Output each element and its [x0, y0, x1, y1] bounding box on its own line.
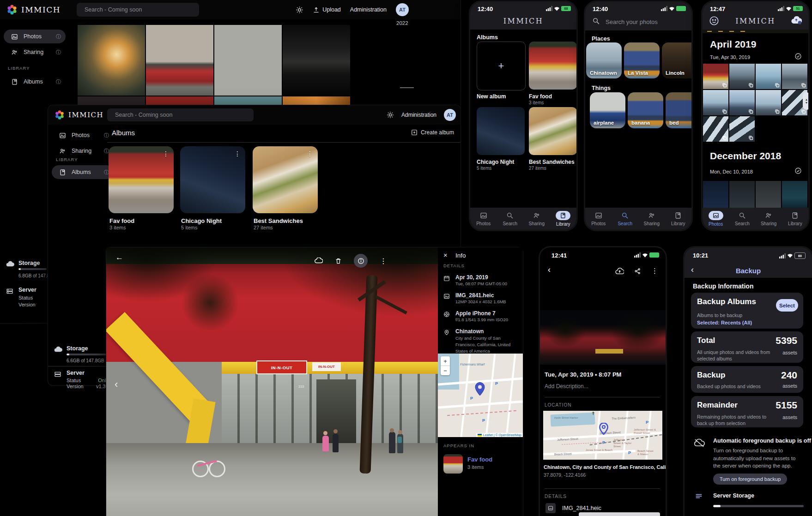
album-name[interactable]: Chicago Night [181, 217, 222, 224]
photo-tile[interactable] [782, 64, 807, 89]
trash-icon[interactable] [335, 258, 342, 264]
map-attribution[interactable]: Leaflet | © OpenStreetMap [476, 433, 523, 437]
photo-tile[interactable] [703, 116, 728, 142]
sidebar-item-photos[interactable]: Photosⓘ [52, 128, 114, 142]
thing-card-banana[interactable]: banana [628, 92, 663, 128]
theme-toggle-sun-icon[interactable] [296, 6, 303, 14]
zoom-out-button[interactable]: − [441, 366, 450, 375]
new-album-card[interactable]: + [477, 42, 526, 90]
upload-button[interactable]: Upload [313, 6, 341, 13]
album-card-chicago-night[interactable]: ⋮ [180, 146, 245, 213]
cloud-upload-icon[interactable] [315, 258, 323, 264]
photo-blue-car[interactable] [214, 25, 282, 96]
close-icon[interactable]: × [443, 251, 448, 259]
photo-tile[interactable] [729, 90, 755, 115]
select-button[interactable]: Select [776, 299, 798, 312]
zoom-in-button[interactable]: + [441, 356, 450, 366]
share-icon[interactable] [634, 268, 641, 275]
menu-dots-icon[interactable]: ⋮ [163, 150, 169, 157]
photo-tile[interactable] [703, 181, 728, 208]
photo-tile[interactable] [729, 64, 755, 89]
album-card-chicago-night[interactable] [477, 107, 525, 155]
appears-in-album-link[interactable]: Fav food [467, 456, 492, 463]
cloud-upload-icon[interactable] [615, 268, 624, 275]
nav-library[interactable]: Library [665, 211, 692, 226]
menu-dots-icon[interactable]: ⋮ [651, 267, 658, 275]
info-icon[interactable]: ⓘ [56, 49, 61, 56]
sidebar-item-photos[interactable]: Photosⓘ [4, 30, 66, 43]
photo-tile[interactable] [756, 181, 781, 208]
sidebar-item-albums[interactable]: Albumsⓘ [52, 165, 114, 179]
theme-toggle-sun-icon[interactable] [387, 111, 394, 119]
description-input[interactable]: Add Description... [545, 383, 588, 390]
photo-tile[interactable] [756, 90, 781, 115]
thing-card-airplane[interactable]: airplane [590, 92, 625, 128]
back-chevron-icon[interactable]: ‹ [548, 265, 551, 275]
nav-search[interactable]: Search [729, 211, 755, 226]
album-card-fav-food[interactable] [529, 42, 576, 90]
place-card-la-vista[interactable]: La Vista [624, 42, 660, 78]
album-card-best-sandwiches[interactable]: ⋮ [253, 146, 318, 213]
info-icon[interactable]: ⓘ [56, 33, 61, 40]
search-input[interactable]: Search - Coming soon [107, 108, 254, 121]
photo-tile[interactable] [729, 116, 755, 142]
info-icon[interactable]: ⓘ [104, 132, 109, 139]
nav-photos[interactable]: Photos [470, 211, 497, 226]
photo-viewer[interactable] [540, 310, 666, 365]
chevron-left-icon[interactable]: ‹ [115, 378, 118, 390]
sidebar-item-sharing[interactable]: Sharingⓘ [52, 144, 114, 158]
nav-sharing[interactable]: Sharing [638, 211, 665, 226]
appears-in-thumbnail[interactable] [443, 454, 463, 474]
check-circle-icon[interactable] [794, 167, 802, 174]
detail-date[interactable]: Apr 30, 2019 [455, 274, 488, 281]
timeline-scrubber[interactable] [400, 87, 414, 88]
photo-garage-car[interactable] [283, 25, 350, 96]
nav-library-active[interactable]: Library [550, 211, 577, 227]
administration-link[interactable]: Administration [350, 6, 387, 13]
menu-dots-icon[interactable]: ⋮ [380, 257, 387, 265]
photo-tile[interactable] [729, 181, 755, 208]
nav-library[interactable]: Library [782, 211, 808, 226]
nav-photos[interactable]: Photos [585, 211, 612, 226]
photo-red-car[interactable] [146, 25, 213, 96]
info-toggle-active[interactable] [354, 254, 368, 268]
album-name[interactable]: Fav food [109, 217, 134, 224]
backup-cloud-icon[interactable] [791, 16, 802, 24]
nav-sharing[interactable]: Sharing [756, 211, 782, 226]
avatar[interactable]: AT [396, 3, 409, 16]
photo-tile[interactable] [782, 181, 807, 208]
nav-sharing[interactable]: Sharing [523, 211, 550, 226]
photo-tile[interactable] [703, 90, 728, 115]
photo-tile[interactable] [756, 64, 781, 89]
immich-logo[interactable]: IMMICH [0, 4, 61, 16]
location-map[interactable]: Fishermans Wharf P P P + − Leaflet | © O… [438, 354, 523, 437]
album-name[interactable]: Best Sandwiches [254, 217, 303, 224]
album-card-best-sandwiches[interactable] [529, 107, 576, 155]
back-arrow-icon[interactable]: ← [115, 253, 123, 262]
turn-on-backup-button[interactable]: Turn on foreground backup [713, 474, 787, 485]
photo-tile[interactable] [703, 64, 728, 89]
search-input[interactable]: Search your photos [606, 18, 658, 25]
immich-logo[interactable]: IMMICH [48, 109, 103, 120]
create-album-button[interactable]: Create album [411, 129, 454, 136]
nav-search[interactable]: Search [497, 211, 524, 226]
administration-link[interactable]: Administration [401, 112, 436, 118]
menu-dots-icon[interactable]: ⋮ [307, 150, 313, 157]
detail-location[interactable]: Chinatown [455, 328, 484, 335]
sidebar-item-albums[interactable]: Albumsⓘ [4, 75, 66, 89]
location-map[interactable]: Hyde Street Harbor The Embarcadero Jeffe… [543, 411, 662, 460]
place-card-chinatown[interactable]: Chinatown [586, 42, 622, 78]
place-card-lincoln[interactable]: Lincoln [662, 42, 691, 78]
scrollbar-thumb[interactable]: ▲▼ [803, 92, 808, 110]
photo-muscle-car[interactable] [78, 25, 145, 96]
search-input[interactable]: Search - Coming soon [77, 3, 199, 17]
nav-photos-active[interactable]: Photos [703, 211, 729, 227]
thing-card-bed[interactable]: bed [666, 92, 691, 128]
photo-viewer[interactable]: IN-N-OUT IN-N-OUT 333 ← [106, 247, 438, 516]
check-circle-icon[interactable] [794, 53, 802, 60]
menu-dots-icon[interactable]: ⋮ [234, 150, 241, 157]
album-card-fav-food[interactable]: ⋮ [109, 146, 174, 213]
avatar[interactable]: AT [444, 109, 456, 121]
sidebar-item-sharing[interactable]: Sharingⓘ [4, 45, 66, 59]
nav-search-active[interactable]: Search [612, 211, 639, 226]
